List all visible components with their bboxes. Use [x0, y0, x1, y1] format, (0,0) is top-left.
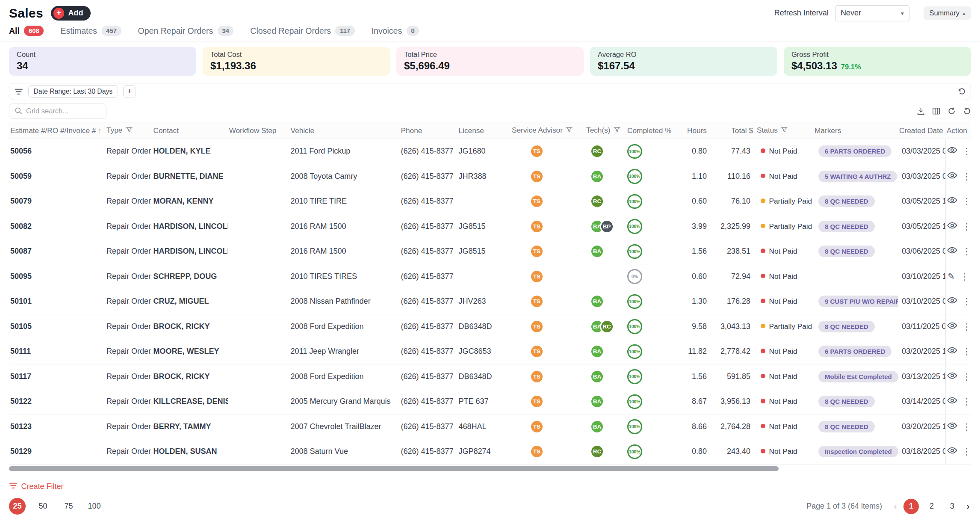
- page-size-25[interactable]: 25: [9, 498, 26, 515]
- row-menu-button[interactable]: ⋮: [960, 272, 969, 281]
- view-button[interactable]: [947, 146, 957, 156]
- filter-list-icon[interactable]: [15, 88, 23, 95]
- horizontal-scrollbar[interactable]: [9, 466, 971, 471]
- view-button[interactable]: [947, 322, 957, 332]
- page-2[interactable]: 2: [924, 499, 939, 514]
- column-header-contact[interactable]: Contact: [152, 122, 228, 139]
- page-3[interactable]: 3: [945, 499, 960, 514]
- row-menu-button[interactable]: ⋮: [962, 172, 971, 181]
- column-header-hours[interactable]: Hours: [677, 122, 709, 139]
- column-header-workflow[interactable]: Workflow Step: [228, 122, 289, 139]
- estimate-number-link[interactable]: 50056: [10, 147, 32, 155]
- row-menu-button[interactable]: ⋮: [962, 147, 971, 156]
- estimate-number-link[interactable]: 50101: [10, 297, 32, 305]
- estimate-number-link[interactable]: 50123: [10, 422, 32, 431]
- tab-all[interactable]: All608: [9, 26, 44, 36]
- view-button[interactable]: [947, 296, 957, 306]
- estimate-number-link[interactable]: 50082: [10, 222, 32, 231]
- column-header-license[interactable]: License: [458, 122, 511, 139]
- date-range-filter-chip[interactable]: Date Range: Last 30 Days: [28, 85, 118, 98]
- estimate-number-link[interactable]: 50087: [10, 247, 32, 255]
- page-size-100[interactable]: 100: [86, 498, 103, 515]
- column-header-techs[interactable]: Tech(s): [585, 122, 626, 139]
- next-page-button[interactable]: ›: [965, 501, 971, 512]
- row-menu-button[interactable]: ⋮: [962, 222, 971, 231]
- column-header-created[interactable]: Created Date: [898, 122, 945, 139]
- view-button[interactable]: [947, 422, 957, 432]
- add-filter-button[interactable]: +: [123, 85, 136, 98]
- page-size-50[interactable]: 50: [35, 498, 51, 515]
- estimate-number-link[interactable]: 50105: [10, 322, 32, 331]
- revert-icon[interactable]: [963, 107, 971, 115]
- prev-page-button[interactable]: ‹: [892, 501, 898, 512]
- cell-type: Repair Order: [105, 439, 152, 465]
- estimate-number-link[interactable]: 50111: [10, 347, 31, 355]
- column-header-total[interactable]: Total $: [709, 122, 756, 139]
- export-icon[interactable]: [917, 107, 925, 115]
- row-menu-button[interactable]: ⋮: [962, 372, 971, 381]
- row-menu-button[interactable]: ⋮: [962, 247, 971, 256]
- column-header-id[interactable]: Estimate #/RO #/Invoice #↑: [9, 122, 105, 139]
- column-header-action[interactable]: Action: [945, 122, 971, 139]
- column-header-phone[interactable]: Phone: [400, 122, 458, 139]
- view-button[interactable]: [947, 447, 957, 456]
- add-button[interactable]: + Add: [51, 6, 91, 21]
- page-1[interactable]: 1: [903, 499, 919, 514]
- reset-filters-icon[interactable]: [957, 87, 966, 96]
- cell-completed-percent: 100%: [626, 414, 677, 439]
- row-menu-button[interactable]: ⋮: [962, 347, 971, 356]
- view-button[interactable]: [947, 397, 957, 406]
- column-header-type[interactable]: Type: [105, 122, 152, 139]
- filter-icon[interactable]: [126, 126, 133, 136]
- scrollbar-thumb[interactable]: [9, 466, 779, 471]
- refresh-icon[interactable]: [948, 107, 956, 115]
- column-label: Service Advisor: [512, 126, 563, 134]
- column-label: Created Date: [899, 126, 943, 135]
- column-header-vehicle[interactable]: Vehicle: [289, 122, 400, 139]
- view-button[interactable]: [947, 222, 957, 231]
- tab-closed-repair-orders[interactable]: Closed Repair Orders117: [250, 26, 354, 36]
- cell-phone: (626) 415-8377: [400, 239, 458, 264]
- column-header-status[interactable]: Status: [756, 122, 813, 139]
- tab-invoices[interactable]: Invoices0: [372, 26, 419, 36]
- tab-estimates[interactable]: Estimates457: [60, 26, 121, 36]
- estimate-number-link[interactable]: 50129: [10, 447, 32, 456]
- view-button[interactable]: [947, 172, 957, 181]
- marker-pill: 6 PARTS ORDERED: [818, 145, 891, 157]
- grid-search-input[interactable]: [26, 107, 101, 115]
- column-chooser-icon[interactable]: [932, 107, 941, 115]
- tab-open-repair-orders[interactable]: Open Repair Orders34: [138, 26, 234, 36]
- row-menu-button[interactable]: ⋮: [962, 422, 971, 431]
- edit-button[interactable]: ✎: [948, 272, 955, 281]
- filter-icon[interactable]: [781, 126, 788, 136]
- cell-created-date: 03/10/2025 07: [898, 289, 945, 314]
- column-header-markers[interactable]: Markers: [813, 122, 898, 139]
- summary-toggle-button[interactable]: Summary ▴: [924, 6, 971, 20]
- column-header-completed[interactable]: Completed %: [626, 122, 677, 139]
- pagination-controls: Page 1 of 3 (64 items) ‹ 123 ›: [806, 499, 971, 514]
- column-header-advisor[interactable]: Service Advisor: [511, 122, 585, 139]
- view-button[interactable]: [947, 372, 957, 382]
- filter-icon[interactable]: [614, 126, 621, 136]
- service-advisor-avatar: TS: [530, 394, 544, 409]
- refresh-interval-select[interactable]: Never ▾: [835, 5, 909, 21]
- row-menu-button[interactable]: ⋮: [962, 197, 971, 206]
- estimate-number-link[interactable]: 50095: [10, 272, 32, 281]
- filter-icon[interactable]: [566, 126, 573, 136]
- estimate-number-link[interactable]: 50122: [10, 397, 32, 406]
- view-button[interactable]: [947, 346, 957, 356]
- eye-icon: [947, 397, 957, 406]
- row-menu-button[interactable]: ⋮: [962, 447, 971, 456]
- status-dot: [761, 274, 765, 278]
- row-menu-button[interactable]: ⋮: [962, 297, 971, 306]
- view-button[interactable]: [947, 246, 957, 256]
- estimate-number-link[interactable]: 50079: [10, 197, 32, 205]
- row-menu-button[interactable]: ⋮: [962, 397, 971, 406]
- view-button[interactable]: [947, 196, 957, 206]
- row-menu-button[interactable]: ⋮: [962, 322, 971, 331]
- page-size-75[interactable]: 75: [60, 498, 77, 515]
- create-filter-button[interactable]: Create Filter: [9, 482, 64, 491]
- estimate-number-link[interactable]: 50117: [10, 372, 31, 381]
- estimate-number-link[interactable]: 50059: [10, 172, 32, 181]
- tab-label: Closed Repair Orders: [250, 26, 331, 36]
